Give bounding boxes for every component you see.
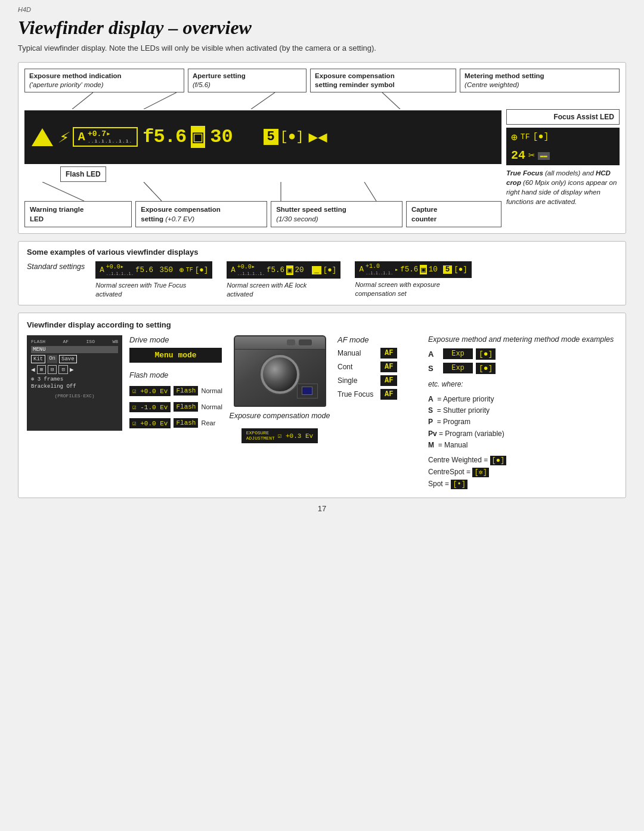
ri-dot-s: [●] xyxy=(476,363,496,374)
example-3-screen: A +1.0..l.l..l.l. ▸ f5.6 ▣ 10 5 [●] xyxy=(355,261,471,278)
vf-comp-val: +0.7▸ xyxy=(88,130,132,138)
fm3-text: ☑ +0.0 Ev xyxy=(132,420,168,427)
ri-exp-s: Exp xyxy=(443,363,473,373)
e3-a: A xyxy=(359,265,364,274)
af-manual-label: Manual xyxy=(338,349,376,357)
flash-led-label-row: Flash LED xyxy=(24,166,501,182)
top-callout-row: Exposure method indication ('aperture pr… xyxy=(18,63,626,92)
fm1-flash: Flash xyxy=(174,386,198,396)
flash-mode-vf-3: ☑ +0.0 Ev xyxy=(129,418,171,428)
e1-comp: +0.0▸..l.l.l..l. xyxy=(106,263,134,277)
callout-shutter-label: Shutter speed setting(1/30 second) xyxy=(276,205,397,224)
menu-icon-drive2: ⊟ xyxy=(48,365,57,374)
ri-cs-sym: [✲] xyxy=(472,468,489,477)
callout-capture-label: Capturecounter xyxy=(411,205,496,224)
examples-content: Standard settings A +0.0▸..l.l.l..l. f5.… xyxy=(27,261,617,299)
fm2-text: ☑ -1.0 Ev xyxy=(132,404,168,411)
example-2: A +0.0▸..l.l.l..l. f5.6 ▣ 20 _ [●] Norma… xyxy=(227,261,340,299)
flash-led-box: Flash LED xyxy=(60,166,106,182)
af-cont-label: Cont xyxy=(338,363,376,371)
svg-line-5 xyxy=(144,182,162,201)
vf-flash-icon: ⚡ xyxy=(58,127,68,147)
vf-a-block: A +0.7▸ ..l.l.l..l.l. xyxy=(73,127,138,147)
vf-shutter: 30 xyxy=(210,126,233,148)
setting-title: Viewfinder display according to setting xyxy=(27,320,617,329)
menu-icon-drive1: ⊞ xyxy=(37,365,46,374)
example-1-screen: A +0.0▸..l.l.l..l. f5.6 350 ⊕ TF [●] xyxy=(95,261,212,279)
af-single: Single AF xyxy=(338,375,421,386)
standard-settings-label: Standard settings xyxy=(27,261,85,271)
e2-aelabel xyxy=(306,265,311,274)
vf-warning-triangle-icon xyxy=(32,128,53,146)
af-truefocus-label: True Focus xyxy=(338,390,376,398)
e1-tf: ⊕ xyxy=(175,265,184,275)
example-1: A +0.0▸..l.l.l..l. f5.6 350 ⊕ TF [●] Nor… xyxy=(95,261,212,299)
fa-row-1: ⊕ TF [●] xyxy=(511,131,615,144)
cam-back-display xyxy=(297,384,318,398)
camera-body-illustration xyxy=(234,335,326,407)
af-truefocus-box: AF xyxy=(380,389,397,400)
vf-comp-bars: ..l.l.l..l.l. xyxy=(88,139,132,144)
callout-warning: Warning triangleLED xyxy=(24,201,132,227)
top-connectors xyxy=(18,92,626,109)
fa-dot-1: [●] xyxy=(532,132,549,142)
af-col-title: AF mode xyxy=(338,335,421,344)
ri-table: A Exp [●] S Exp [●] xyxy=(428,348,614,374)
ri-key-s: S xyxy=(428,364,440,373)
ri-row-a: A Exp [●] xyxy=(428,348,614,360)
camera-menu-col: FLASH AF ISO WB MENU Kit On Save ◀ ⊞ ⊟ xyxy=(27,335,122,431)
vf-aperture: f5.6 xyxy=(143,126,186,148)
fa-row-2: 24 ✂ ▬▬ xyxy=(511,149,615,162)
af-cont: Cont AF xyxy=(338,362,421,372)
fm2-flash: Flash xyxy=(174,402,198,412)
menu-arrow-left: ◀ xyxy=(31,366,35,373)
e3-box: ▣ xyxy=(420,265,427,274)
ri-title: Exposure method and metering method mode… xyxy=(428,335,614,344)
e3-arrow: ▸ xyxy=(395,266,398,273)
svg-line-0 xyxy=(72,92,93,109)
af-single-box: AF xyxy=(380,375,397,386)
focus-assist-note: True Focus (all models) and HCD crop (60… xyxy=(506,168,620,206)
menu-icon-save: Save xyxy=(59,355,77,363)
focus-assist-screen: ⊕ TF [●] 24 ✂ ▬▬ xyxy=(506,128,620,165)
callout-metering-label: Metering method setting xyxy=(465,72,615,81)
e3-comp: +1.0..l.l..l.l. xyxy=(366,263,393,276)
brand-label: H4D xyxy=(18,6,626,13)
flash-led-label: Flash LED xyxy=(66,170,101,178)
e1-ap: f5.6 xyxy=(135,266,153,274)
flash-mode-row-1: ☑ +0.0 Ev Flash Normal xyxy=(129,386,222,396)
menu-icon-drive3: ⊡ xyxy=(58,365,67,374)
example-3: A +1.0..l.l..l.l. ▸ f5.6 ▣ 10 5 [●] Norm… xyxy=(355,261,471,299)
e1-dot: [●] xyxy=(195,266,209,274)
focus-led-label: Focus Assist LED xyxy=(553,113,614,121)
e2-a: A xyxy=(231,266,236,274)
menu-icon-kit: Kit xyxy=(31,355,45,363)
menu-mode-text: Menu mode xyxy=(154,351,196,360)
callout-aperture: Aperture setting (f/5.6) xyxy=(188,69,306,92)
ri-dot-a: [●] xyxy=(476,348,496,360)
svg-line-4 xyxy=(42,182,84,201)
e3-ap: f5.6 xyxy=(400,265,418,274)
callout-exposure-method-sub: ('aperture priority' mode) xyxy=(29,81,179,89)
menu-iso-label: ISO xyxy=(86,339,95,344)
e1-sp: 350 xyxy=(155,266,173,274)
e1-a: A xyxy=(100,266,104,274)
cam-lens xyxy=(261,355,299,394)
setting-section: Viewfinder display according to setting … xyxy=(18,313,626,499)
cam-lens-wrapper xyxy=(261,355,299,394)
callout-shutter-speed: Shutter speed setting(1/30 second) xyxy=(271,201,402,227)
af-manual: Manual AF xyxy=(338,348,421,359)
example-1-desc: Normal screen with True Focus activated xyxy=(95,281,197,299)
ri-cw-sym: [●] xyxy=(490,456,507,465)
exp-comp-val: ☑ +0.3 Ev xyxy=(278,432,313,440)
callout-exp-comp-setting: Exposure compensationsetting (+0.7 EV) xyxy=(135,201,267,227)
flash-mode-vf-2: ☑ -1.0 Ev xyxy=(129,402,171,412)
callout-capture-counter: Capturecounter xyxy=(406,201,501,227)
svg-line-3 xyxy=(382,92,400,109)
callout-exp-comp-symbol-label: Exposure compensationsetting reminder sy… xyxy=(315,72,451,89)
fm3-rear: Rear xyxy=(201,419,215,427)
callout-exposure-method: Exposure method indication ('aperture pr… xyxy=(24,69,184,92)
menu-nav-row: ◀ ⊞ ⊟ ⊡ ▶ xyxy=(31,365,118,374)
fa-tf-icon: ⊕ xyxy=(511,131,518,144)
vf-comp-block: +0.7▸ ..l.l.l..l.l. xyxy=(88,130,132,144)
